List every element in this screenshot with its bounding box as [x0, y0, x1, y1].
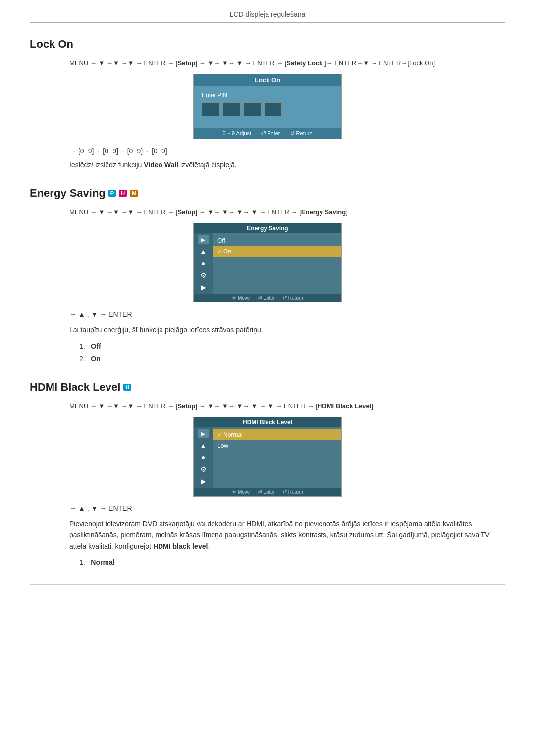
footer-adjust: 0 ~ 9 Adjust	[222, 130, 251, 137]
sidebar-icon-4: ⚙	[198, 271, 209, 280]
hdmi-footer-return: ↺ Return	[283, 489, 303, 495]
energy-saving-screen-title: Energy Saving	[194, 223, 341, 233]
hdmi-sidebar-icon-4: ⚙	[198, 465, 209, 474]
hdmi-description: Pievienojot televizoram DVD atskaņotāju …	[69, 518, 505, 552]
top-bar: LCD displeja regulēšana	[30, 10, 505, 23]
energy-saving-item-1: 1. Off	[79, 342, 505, 350]
pin-box-4[interactable]	[264, 102, 282, 116]
energy-saving-option-off[interactable]: Off	[213, 235, 341, 246]
hdmi-sidebar: ► ▲ ● ⚙ ▶	[194, 427, 213, 488]
hdmi-menu-path: MENU → ▼ →▼ →▼ → ENTER → [Setup] → ▼→ ▼→…	[69, 402, 505, 412]
lock-on-footer: 0 ~ 9 Adjust ⏎ Enter ↺ Return	[194, 128, 341, 139]
section-title-lock-on: Lock On	[30, 38, 505, 50]
energy-saving-option-on[interactable]: On	[213, 246, 341, 257]
lock-on-screen-title: Lock On	[194, 74, 341, 86]
es-footer-move: ❖ Move	[232, 295, 250, 301]
hdmi-screen-title: HDMI Black Level	[194, 417, 341, 427]
footer-return: ↺ Return	[290, 130, 313, 137]
badge-m: M	[130, 190, 138, 197]
hdmi-sidebar-icon-3: ●	[198, 453, 209, 462]
hdmi-sidebar-icon-2: ▲	[198, 441, 209, 450]
hdmi-screen-body: ► ▲ ● ⚙ ▶ Normal Low	[194, 427, 341, 488]
hdmi-option-normal[interactable]: Normal	[213, 429, 341, 440]
hdmi-screen: HDMI Black Level ► ▲ ● ⚙ ▶ Normal Low ❖ …	[193, 417, 342, 497]
energy-saving-item-1-label: Off	[91, 342, 101, 350]
pin-box-1[interactable]	[202, 102, 219, 116]
sidebar-icon-1: ►	[198, 235, 209, 244]
page-container: LCD displeja regulēšana Lock On MENU → ▼…	[0, 0, 535, 605]
hdmi-nav-hint: → ▲ , ▼ → ENTER	[69, 504, 505, 512]
pin-boxes	[202, 102, 333, 116]
sidebar-icon-2: ▲	[198, 247, 209, 256]
hdmi-options: Normal Low	[213, 427, 341, 488]
hdmi-sidebar-icon-5: ▶	[198, 477, 209, 486]
energy-saving-item-2: 2. On	[79, 355, 505, 363]
hdmi-black-level-bold: HDMI black level	[153, 542, 208, 550]
video-wall-bold: Video Wall	[144, 161, 178, 169]
section-title-energy-saving: Energy Saving P H M	[30, 187, 505, 200]
energy-saving-options: Off On	[213, 233, 341, 294]
lock-on-menu-path: MENU → ▼ →▼ →▼ → ENTER → [Setup] → ▼→ ▼→…	[69, 58, 505, 69]
page-title: LCD displeja regulēšana	[230, 10, 306, 18]
energy-saving-sidebar: ► ▲ ● ⚙ ▶	[194, 233, 213, 294]
pin-box-2[interactable]	[222, 102, 240, 116]
section-title-hdmi: HDMI Black Level H	[30, 381, 505, 394]
energy-saving-screen: Energy Saving ► ▲ ● ⚙ ▶ Off On ❖ Move ⏎ …	[193, 223, 342, 302]
energy-saving-footer: ❖ Move ⏎ Enter ↺ Return	[194, 294, 341, 302]
hdmi-sidebar-icon-1: ►	[198, 429, 209, 438]
hdmi-footer: ❖ Move ⏎ Enter ↺ Return	[194, 488, 341, 496]
badge-h: H	[119, 190, 127, 197]
video-wall-note: Ieslēdz/ izslēdz funkciju Video Wall izv…	[69, 161, 505, 169]
energy-saving-screen-body: ► ▲ ● ⚙ ▶ Off On	[194, 233, 341, 294]
sidebar-icon-5: ▶	[198, 283, 209, 292]
bottom-divider	[30, 584, 505, 585]
hdmi-item-1-label: Normal	[91, 558, 114, 566]
hdmi-footer-move: ❖ Move	[232, 489, 250, 495]
pin-box-3[interactable]	[243, 102, 261, 116]
pin-path: → [0~9]→ [0~9]→ [0~9]→ [0~9]	[69, 147, 505, 155]
footer-enter: ⏎ Enter	[261, 130, 280, 137]
badge-p: P	[108, 190, 116, 197]
energy-saving-nav-hint: → ▲ , ▼ → ENTER	[69, 310, 505, 318]
es-footer-enter: ⏎ Enter	[258, 295, 275, 301]
hdmi-footer-enter: ⏎ Enter	[258, 489, 275, 495]
es-footer-return: ↺ Return	[283, 295, 303, 301]
sidebar-icon-3: ●	[198, 259, 209, 268]
section-hdmi-black-level: HDMI Black Level H MENU → ▼ →▼ →▼ → ENTE…	[30, 381, 505, 566]
lock-on-screen: Lock On Enter PIN 0 ~ 9 Adjust ⏎ Enter ↺…	[193, 74, 342, 139]
energy-saving-item-2-label: On	[91, 355, 100, 363]
section-energy-saving: Energy Saving P H M MENU → ▼ →▼ →▼ → ENT…	[30, 187, 505, 363]
hdmi-item-1: 1. Normal	[79, 558, 505, 566]
lock-on-enter-pin-label: Enter PIN	[202, 92, 333, 99]
energy-saving-description: Lai taupītu enerģiju, šī funkcija pielāg…	[69, 324, 505, 335]
badge-hdmi-h: H	[123, 384, 131, 391]
section-lock-on: Lock On MENU → ▼ →▼ →▼ → ENTER → [Setup]…	[30, 38, 505, 169]
hdmi-option-low[interactable]: Low	[213, 440, 341, 451]
energy-saving-menu-path: MENU → ▼ →▼ →▼ → ENTER → [Setup] → ▼→ ▼→…	[69, 207, 505, 218]
